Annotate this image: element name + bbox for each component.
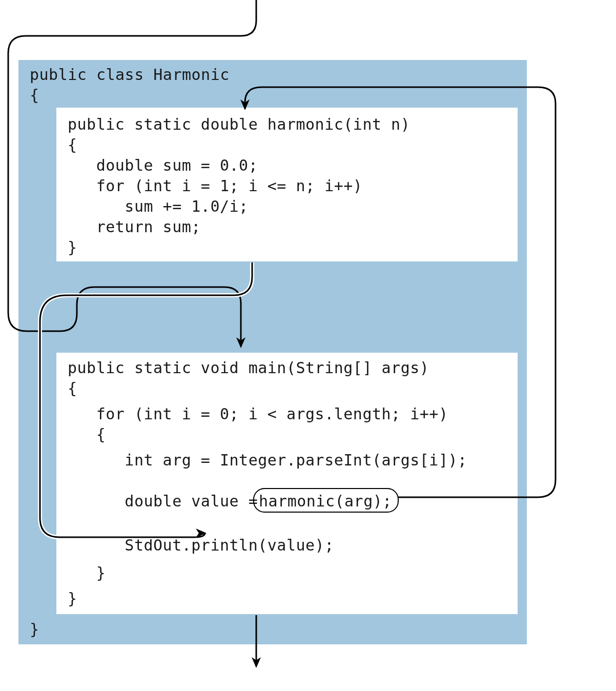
main-l5: int arg = Integer.parseInt(args[i]); — [68, 451, 467, 469]
harmonic-sig: public static double harmonic(int n) — [68, 115, 410, 133]
harmonic-l7: } — [68, 238, 77, 256]
main-sig: public static void main(String[] args) — [68, 359, 429, 377]
main-l4: { — [68, 425, 106, 443]
harmonic-l2: { — [68, 136, 77, 154]
harmonic-l5: sum += 1.0/i; — [68, 197, 249, 215]
main-l6a: double value = — [68, 492, 268, 510]
main-l8: } — [68, 564, 106, 582]
class-decl-line-1: public class Harmonic — [30, 66, 230, 84]
main-method-box — [56, 353, 518, 614]
class-close-brace: } — [30, 620, 39, 638]
harmonic-l4: for (int i = 1; i <= n; i++) — [68, 177, 362, 195]
main-l3: for (int i = 0; i < args.length; i++) — [68, 405, 448, 423]
main-l9: } — [68, 590, 77, 607]
diagram-canvas: public class Harmonic { } public static … — [0, 0, 616, 691]
harmonic-l3: double sum = 0.0; — [68, 156, 258, 174]
harmonic-l6: return sum; — [68, 218, 201, 236]
main-l2: { — [68, 379, 77, 397]
class-decl-line-2: { — [30, 86, 39, 104]
main-l7: StdOut.println(value); — [68, 536, 334, 554]
call-highlight — [253, 488, 399, 513]
